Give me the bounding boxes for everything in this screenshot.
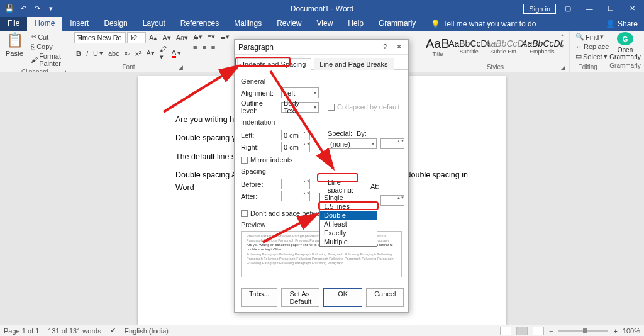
tab-help[interactable]: Help	[340, 17, 371, 31]
tab-view[interactable]: View	[309, 17, 341, 31]
strike-icon[interactable]: abc	[106, 49, 121, 58]
undo-icon[interactable]: ↶	[18, 3, 29, 14]
page-indicator[interactable]: Page 1 of 1	[4, 327, 39, 335]
indent-left-spin[interactable]: 0 cm▲▼	[281, 130, 310, 140]
shrink-font-icon[interactable]: A▾	[160, 33, 172, 43]
special-combo[interactable]: (none)▾	[328, 138, 377, 149]
format-painter-button[interactable]: 🖌Format Painter	[29, 52, 66, 68]
zoom-in-icon[interactable]: +	[613, 327, 617, 335]
line-spacing-dropdown[interactable]: Single 1.5 lines Double At least Exactly…	[319, 193, 377, 247]
word-count[interactable]: 131 of 131 words	[48, 327, 101, 335]
zoom-out-icon[interactable]: −	[549, 327, 553, 335]
option-single[interactable]: Single	[320, 193, 377, 202]
redo-icon[interactable]: ↷	[31, 3, 43, 14]
spell-check-icon[interactable]: ✔	[110, 327, 116, 335]
font-size-combo[interactable]: 12▾	[127, 32, 146, 43]
sign-in-button[interactable]: Sign in	[523, 4, 556, 14]
by-spin[interactable]: ▲▼	[380, 138, 404, 149]
alignment-combo[interactable]: Left▾	[281, 87, 319, 98]
outline-combo[interactable]: Body Text▾	[281, 102, 319, 113]
font-color-icon[interactable]: A▾	[170, 48, 183, 59]
dialog-help-icon[interactable]: ?	[379, 43, 391, 51]
document-title: Document1 - Word	[291, 4, 353, 13]
tab-references[interactable]: References	[173, 17, 226, 31]
option-double[interactable]: Double	[320, 211, 377, 220]
share-button[interactable]: 👤 Share	[606, 17, 644, 31]
bold-icon[interactable]: B	[74, 49, 83, 58]
dialog-tab-indents[interactable]: Indents and Spacing	[237, 58, 311, 70]
qat-customize-icon[interactable]: ▾	[45, 3, 57, 14]
minimize-icon[interactable]: —	[580, 3, 599, 15]
tab-layout[interactable]: Layout	[135, 17, 173, 31]
styles-gallery[interactable]: AaBTitle AaBbCcDtSubtitle AaBbCcDtSubtle…	[425, 32, 565, 63]
grammarly-icon[interactable]: G	[617, 32, 633, 45]
web-layout-icon[interactable]	[533, 327, 544, 335]
paste-button[interactable]: Paste	[4, 49, 25, 58]
underline-icon[interactable]: U▾	[91, 48, 105, 58]
tab-insert[interactable]: Insert	[62, 17, 96, 31]
replace-button[interactable]: ↔ Replace	[574, 42, 611, 51]
save-icon[interactable]: 💾	[4, 3, 15, 14]
tell-me[interactable]: 💡 Tell me what you want to do	[423, 17, 536, 31]
style-title[interactable]: AaBTitle	[425, 32, 450, 61]
numbering-icon[interactable]: ≡▾	[206, 32, 217, 42]
dialog-tab-line-breaks[interactable]: Line and Page Breaks	[314, 58, 393, 70]
align-right-icon[interactable]: ≡	[209, 43, 217, 52]
read-mode-icon[interactable]	[500, 327, 511, 335]
multilevel-icon[interactable]: ≣▾	[218, 32, 231, 42]
replace-label: Replace	[584, 43, 609, 50]
style-subtitle[interactable]: AaBbCcDtSubtitle	[452, 32, 487, 61]
tab-grammarly[interactable]: Grammarly	[371, 17, 423, 31]
before-label: Before:	[241, 181, 277, 188]
styles-dialog-launcher-icon[interactable]: ◢	[561, 64, 565, 70]
option-multiple[interactable]: Multiple	[320, 237, 377, 246]
close-icon[interactable]: ✕	[623, 3, 641, 15]
tabs-button[interactable]: Tabs...	[241, 288, 277, 307]
find-button[interactable]: 🔍 Find ▾	[574, 32, 611, 42]
tab-file[interactable]: File	[0, 17, 27, 31]
font-dialog-launcher-icon[interactable]: ◢	[179, 64, 183, 70]
zoom-value[interactable]: 100%	[623, 327, 640, 335]
cancel-button[interactable]: Cancel	[366, 288, 404, 307]
font-name-combo[interactable]: Times New Ro▾	[74, 32, 126, 43]
dont-add-checkbox[interactable]	[241, 210, 248, 217]
dialog-close-icon[interactable]: ✕	[393, 43, 404, 51]
after-spin[interactable]: ▲▼	[281, 191, 310, 201]
highlight-icon[interactable]: 🖍▾	[158, 45, 169, 62]
indent-right-spin[interactable]: 0 cm▲▼	[281, 142, 310, 152]
at-spin[interactable]: ▲▼	[380, 195, 404, 206]
option-at-least[interactable]: At least	[320, 220, 377, 228]
styles-more-icon[interactable]: ▴▾▾	[561, 32, 565, 49]
set-default-button[interactable]: Set As Default	[281, 288, 319, 307]
print-layout-icon[interactable]	[516, 327, 528, 335]
text-effects-icon[interactable]: A▾	[144, 48, 156, 58]
before-spin[interactable]: ▲▼	[281, 179, 310, 189]
copy-button[interactable]: ⎘Copy	[29, 42, 66, 51]
language-indicator[interactable]: English (India)	[125, 327, 169, 335]
style-subtle-em[interactable]: AaBbCcDtSubtle Em...	[488, 32, 523, 61]
tab-design[interactable]: Design	[96, 17, 135, 31]
superscript-icon[interactable]: x²	[133, 49, 143, 58]
paste-icon[interactable]: 📋	[6, 32, 23, 48]
zoom-slider[interactable]	[558, 330, 608, 332]
select-label: Select	[583, 53, 602, 60]
align-left-icon[interactable]: ≡	[191, 43, 199, 52]
select-button[interactable]: ▭ Select ▾	[574, 52, 611, 61]
ok-button[interactable]: OK	[323, 288, 362, 307]
align-center-icon[interactable]: ≡	[200, 43, 208, 52]
style-emphasis[interactable]: AaBbCcDtEmphasis	[525, 32, 560, 61]
grow-font-icon[interactable]: A▴	[147, 33, 159, 43]
ribbon-options-icon[interactable]: ▢	[558, 3, 577, 15]
italic-icon[interactable]: I	[84, 49, 90, 58]
tab-home[interactable]: Home	[27, 17, 62, 31]
cut-button[interactable]: ✂Cut	[29, 32, 66, 42]
tab-review[interactable]: Review	[269, 17, 309, 31]
option-exactly[interactable]: Exactly	[320, 228, 377, 237]
bullets-icon[interactable]: ≣▾	[191, 32, 204, 42]
subscript-icon[interactable]: x₂	[123, 48, 133, 58]
tab-mailings[interactable]: Mailings	[226, 17, 269, 31]
maximize-icon[interactable]: ☐	[601, 3, 620, 15]
mirror-checkbox[interactable]	[241, 157, 248, 164]
option-1-5[interactable]: 1.5 lines	[320, 202, 377, 211]
open-grammarly-button[interactable]: Open Grammarly	[609, 47, 640, 60]
